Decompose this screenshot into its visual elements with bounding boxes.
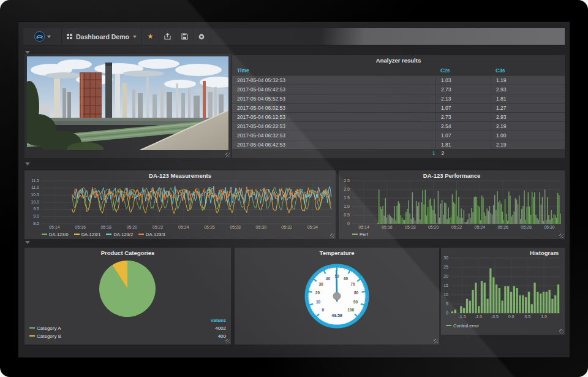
panel-title: Analyzer results <box>232 55 565 66</box>
y-tick-label: 11.5 <box>24 178 39 183</box>
histogram-bar <box>531 304 533 313</box>
legend-color-dash <box>74 234 80 235</box>
column-header[interactable]: C3s <box>491 66 565 75</box>
page-button[interactable]: 2 <box>442 150 445 156</box>
legend-color-dash <box>42 234 47 235</box>
legend-item[interactable]: Perf <box>352 232 368 237</box>
brand-menu-button[interactable] <box>23 28 62 45</box>
refinery-photo <box>27 56 228 150</box>
y-tick-label: 9.5 <box>24 207 39 211</box>
histogram-bar <box>557 284 559 313</box>
legend: DA-123/0DA-123/1DA-123/2DA-123/3 <box>42 232 171 237</box>
dashboard-screen: Dashboard Demo ★ <box>18 22 570 357</box>
histogram-bar <box>507 286 509 313</box>
x-tick-label: 05:34 <box>304 225 321 230</box>
image-panel <box>24 54 231 158</box>
row-collapse-icon[interactable] <box>25 241 30 244</box>
panel-title: Histogram <box>530 249 559 256</box>
share-button[interactable] <box>159 28 176 45</box>
monitor-bezel: Dashboard Demo ★ <box>0 0 588 377</box>
table-cell: 1.00 <box>491 131 565 140</box>
gauge-tick-label: 0 <box>322 308 325 312</box>
y-tick-label: 10 <box>441 292 448 297</box>
legend-item[interactable]: Category A <box>29 326 61 331</box>
table-row: 2017-05-04 06:42:531.812.19 <box>232 140 565 149</box>
x-tick-label: 05:20 <box>425 225 442 230</box>
panel-title: DA-123 Performance <box>339 172 565 179</box>
histogram-bar <box>451 311 453 313</box>
x-tick-label: 0.5 <box>519 314 536 319</box>
legend-item[interactable]: DA-123/1 <box>74 232 101 237</box>
table-cell: 2.93 <box>491 113 565 121</box>
histogram-bar <box>549 290 551 313</box>
y-tick-label: 0 <box>339 221 350 226</box>
panel-resize-handle[interactable] <box>559 234 564 238</box>
pie-slice-value: 400 <box>218 333 226 339</box>
histogram-bar <box>460 306 462 313</box>
y-tick-label: 10.0 <box>24 200 39 205</box>
gear-icon <box>198 33 205 40</box>
table-cell: 2017-05-04 05:52:53 <box>232 94 435 103</box>
legend: Perf <box>352 232 374 237</box>
page-button[interactable]: 1 <box>432 150 435 156</box>
column-header[interactable]: C2s <box>435 66 491 75</box>
histogram-bar <box>546 292 548 313</box>
histogram-bar <box>543 292 545 313</box>
legend-color-dash <box>106 234 111 235</box>
legend-item[interactable]: Control error <box>446 323 479 329</box>
table-cell: 2.73 <box>435 113 491 121</box>
histogram-plot <box>451 257 560 314</box>
legend-color-dash <box>352 234 358 235</box>
chevron-down-icon <box>133 36 137 38</box>
histogram-bar <box>513 286 515 313</box>
measurements-plot <box>42 180 332 224</box>
x-tick-label: 05:32 <box>278 225 295 230</box>
settings-button[interactable] <box>194 28 211 45</box>
panel-resize-handle[interactable] <box>559 329 564 333</box>
x-tick-label: 05:22 <box>149 225 167 230</box>
navbar: Dashboard Demo ★ <box>23 28 565 45</box>
temperature-panel: Temperature 010203040506070809010049.59 <box>235 248 439 345</box>
histogram-bar <box>551 299 553 314</box>
y-tick-label: 0.5 <box>339 213 350 218</box>
dashboard-picker-button[interactable]: Dashboard Demo <box>62 28 142 45</box>
star-button[interactable]: ★ <box>142 28 159 45</box>
save-button[interactable] <box>176 28 194 45</box>
gauge-tick-label: 80 <box>354 291 359 295</box>
x-tick-label: 0.0 <box>503 314 520 319</box>
panel-resize-handle[interactable] <box>225 153 230 157</box>
x-tick-label: 05:18 <box>97 225 115 230</box>
table-cell: 1.03 <box>435 76 491 85</box>
panel-resize-handle[interactable] <box>225 339 230 343</box>
x-tick-label: 05:24 <box>471 225 488 230</box>
histogram-bar <box>481 281 483 313</box>
table-cell: 2017-05-04 06:42:53 <box>232 140 435 149</box>
gauge-tick-label: 100 <box>347 308 354 312</box>
table-row: 2017-05-04 05:52:532.131.81 <box>232 94 565 103</box>
row-collapse-icon[interactable] <box>25 162 30 166</box>
y-tick-label: 9.0 <box>24 214 39 219</box>
legend-item[interactable]: Category B <box>29 333 61 339</box>
histogram-bar <box>528 292 530 313</box>
y-tick-label: 0 <box>441 311 448 316</box>
legend-item[interactable]: DA-123/2 <box>106 232 133 237</box>
temperature-gauge: 010203040506070809010049.59 <box>235 256 439 344</box>
histogram-bar <box>499 288 500 313</box>
y-tick-label: 11.0 <box>24 185 39 190</box>
table-row: 2017-05-04 06:32:531.071.00 <box>232 131 565 140</box>
performance-plot <box>352 180 561 224</box>
gauge-tick-label: 10 <box>316 300 321 304</box>
column-header[interactable]: Time <box>232 66 435 75</box>
logo-icon <box>34 31 45 42</box>
performance-panel: DA-123 Performance Perf 2.52.01.51.00.50… <box>339 170 565 239</box>
table-cell: 2.93 <box>491 85 565 94</box>
panel-resize-handle[interactable] <box>434 339 438 343</box>
share-icon <box>164 33 171 40</box>
legend-item[interactable]: DA-123/3 <box>138 232 165 237</box>
y-tick-label: 5 <box>441 302 448 307</box>
y-tick-label: 15 <box>441 283 448 288</box>
legend-item[interactable]: DA-123/0 <box>42 232 69 237</box>
measurements-panel: DA-123 Measurements DA-123/0DA-123/1DA-1… <box>24 170 336 239</box>
panel-resize-handle[interactable] <box>330 234 334 238</box>
histogram-bar <box>492 277 494 313</box>
